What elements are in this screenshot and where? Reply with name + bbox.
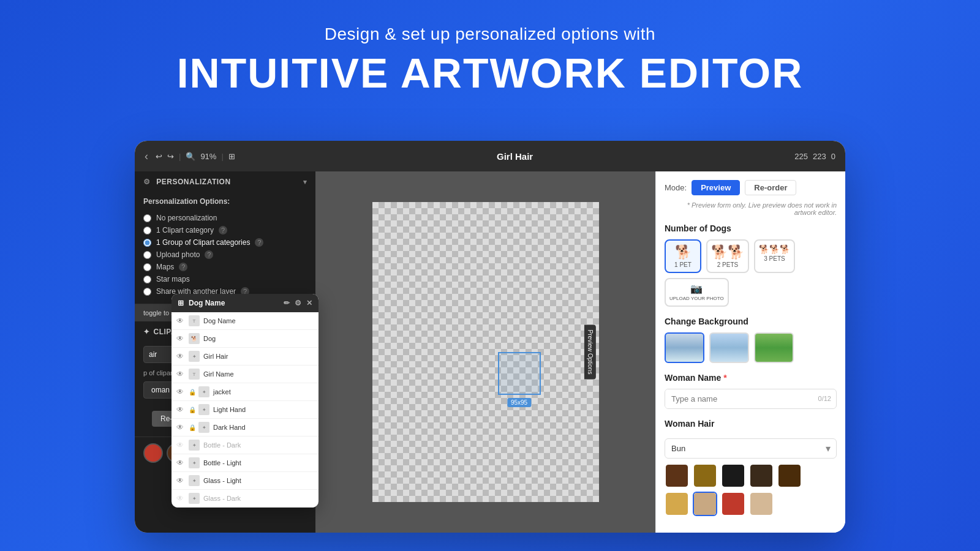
eye-icon-bottle-dark[interactable]: 👁 bbox=[176, 441, 185, 449]
woman-name-section: Woman Name * 0/12 bbox=[665, 373, 837, 409]
zoom-icon: 🔍 bbox=[186, 152, 195, 161]
char-count: 0/12 bbox=[813, 395, 836, 402]
layer-item-girl-hair[interactable]: 👁 ✦ Girl Hair bbox=[172, 348, 318, 365]
preview-note: * Preview form only. Live preview does n… bbox=[665, 201, 837, 216]
dog-option-2[interactable]: 🐕🐕 2 PETS bbox=[706, 239, 749, 273]
dog-option-upload[interactable]: 📷 UPLOAD YOUR PHOTO bbox=[665, 278, 729, 307]
header-area: Design & set up personalized options wit… bbox=[0, 24, 980, 97]
required-star: * bbox=[723, 373, 726, 383]
hair-swatch-red[interactable] bbox=[721, 492, 745, 516]
hair-swatch-black[interactable] bbox=[721, 463, 745, 488]
option-star-maps[interactable]: Star maps bbox=[143, 273, 307, 285]
bg-winter[interactable] bbox=[665, 332, 704, 363]
layer-item-dog-name[interactable]: 👁 T Dog Name bbox=[172, 312, 318, 330]
eye-icon-jacket[interactable]: 👁 bbox=[176, 388, 185, 396]
zoom-level: 91% bbox=[200, 152, 216, 161]
lock-icon-light-hand: 🔒 bbox=[189, 407, 195, 413]
hair-swatch-light-blonde[interactable] bbox=[693, 492, 717, 516]
right-panel: Mode: Preview Re-order * Preview form on… bbox=[655, 171, 845, 533]
help-icon[interactable]: ? bbox=[219, 226, 227, 234]
personalization-options: No personalization 1 Clipart category ? … bbox=[135, 208, 315, 304]
preview-mode-button[interactable]: Preview bbox=[692, 180, 740, 195]
layer-item-dog[interactable]: 👁 🐕 Dog bbox=[172, 330, 318, 348]
redo-icon[interactable]: ↪ bbox=[167, 152, 174, 161]
layers-header: ⊞ Dog Name ✏ ⚙ ✕ bbox=[172, 294, 318, 312]
mode-label: Mode: bbox=[665, 183, 687, 192]
layer-item-glass-dark[interactable]: 👁 ✦ Glass - Dark bbox=[172, 490, 318, 508]
hair-swatch-red[interactable] bbox=[143, 443, 163, 463]
layer-thumb-bottle-light: ✦ bbox=[189, 457, 200, 468]
canvas-checkerboard bbox=[372, 202, 599, 502]
layer-thumb-jacket: ✦ bbox=[198, 386, 209, 397]
bg-summer[interactable] bbox=[754, 332, 794, 363]
hair-swatch-dark[interactable] bbox=[749, 463, 774, 488]
hair-swatch-auburn[interactable] bbox=[749, 492, 774, 516]
chevron-down-icon[interactable]: ▾ bbox=[303, 178, 307, 186]
toolbar-left-icons: ↩ ↪ | 🔍 91% | ⊞ bbox=[156, 152, 235, 161]
dog-option-1[interactable]: 🐕 1 PET bbox=[665, 239, 701, 273]
layer-item-jacket[interactable]: 👁 🔒 ✦ jacket bbox=[172, 383, 318, 401]
x-coord: 225 bbox=[794, 152, 808, 161]
grid-icon[interactable]: ⊞ bbox=[228, 152, 235, 161]
mode-row: Mode: Preview Re-order bbox=[665, 180, 837, 195]
eye-icon-dark-hand[interactable]: 👁 bbox=[176, 423, 185, 432]
top-bar: ‹ ↩ ↪ | 🔍 91% | ⊞ Girl Hair 225 223 0 bbox=[135, 141, 845, 171]
layer-thumb-light-hand: ✦ bbox=[198, 404, 209, 415]
eye-icon[interactable]: 👁 bbox=[176, 317, 185, 325]
eye-icon-glass-light[interactable]: 👁 bbox=[176, 476, 185, 485]
back-button[interactable]: ‹ bbox=[145, 150, 148, 163]
selection-box[interactable]: 95x95 bbox=[498, 352, 541, 395]
help-icon-3[interactable]: ? bbox=[205, 250, 213, 259]
bg-spring[interactable] bbox=[709, 332, 749, 363]
eye-icon-girl-name[interactable]: 👁 bbox=[176, 370, 185, 378]
help-icon-2[interactable]: ? bbox=[255, 238, 263, 247]
toolbar-right-icons: 225 223 0 bbox=[794, 152, 835, 161]
layer-item-dark-hand[interactable]: 👁 🔒 ✦ Dark Hand bbox=[172, 419, 318, 437]
option-group-clipart[interactable]: 1 Group of Clipart categories ? bbox=[143, 236, 307, 249]
layer-item-girl-name[interactable]: 👁 T Girl Name bbox=[172, 365, 318, 383]
layer-thumb-dog-name: T bbox=[189, 315, 200, 326]
layer-item-bottle-dark[interactable]: 👁 ✦ Bottle - Dark bbox=[172, 437, 318, 454]
layer-thumb-girl-name: T bbox=[189, 369, 200, 380]
hair-swatch-blonde[interactable] bbox=[665, 492, 689, 516]
layer-thumb-dog: 🐕 bbox=[189, 333, 200, 344]
close-layers-icon[interactable]: ✕ bbox=[306, 299, 312, 307]
layer-item-light-hand[interactable]: 👁 🔒 ✦ Light Hand bbox=[172, 401, 318, 419]
hair-swatches-row1 bbox=[665, 463, 837, 488]
woman-hair-title: Woman Hair bbox=[665, 419, 837, 429]
number-of-dogs-title: Number of Dogs bbox=[665, 223, 837, 233]
eye-icon-dog[interactable]: 👁 bbox=[176, 334, 185, 343]
dog-option-3[interactable]: 🐕🐕🐕 3 PETS bbox=[754, 239, 795, 273]
eye-icon-light-hand[interactable]: 👁 bbox=[176, 405, 185, 414]
undo-icon[interactable]: ↩ bbox=[156, 152, 162, 161]
hair-style-dropdown[interactable]: Bun bbox=[665, 438, 837, 459]
hair-swatch-dark-brown[interactable] bbox=[665, 463, 689, 488]
dogs-options: 🐕 1 PET 🐕🐕 2 PETS 🐕🐕🐕 3 PETS 📷 UPLOAD YO… bbox=[665, 239, 837, 307]
eye-icon-bottle-light[interactable]: 👁 bbox=[176, 459, 185, 467]
option-clipart-category[interactable]: 1 Clipart category ? bbox=[143, 224, 307, 236]
personalization-section: ⚙ PERSONALIZATION ▾ Personalization Opti… bbox=[135, 171, 315, 304]
layer-item-bottle-light[interactable]: 👁 ✦ Bottle - Light bbox=[172, 454, 318, 472]
layer-item-glass-light[interactable]: 👁 ✦ Glass - Light bbox=[172, 472, 318, 490]
eye-icon-girl-hair[interactable]: 👁 bbox=[176, 352, 185, 361]
hair-swatch-light-brown[interactable] bbox=[693, 463, 717, 488]
hair-swatches-row2 bbox=[665, 492, 837, 516]
hair-swatch-chocolate[interactable] bbox=[777, 463, 802, 488]
option-maps[interactable]: Maps ? bbox=[143, 261, 307, 273]
header-subtitle: Design & set up personalized options wit… bbox=[0, 24, 980, 44]
layer-thumb-bottle-dark: ✦ bbox=[189, 440, 200, 451]
option-no-personalization[interactable]: No personalization bbox=[143, 212, 307, 224]
option-upload-photo[interactable]: Upload photo ? bbox=[143, 249, 307, 261]
eye-icon-glass-dark[interactable]: 👁 bbox=[176, 494, 185, 503]
edit-layer-icon[interactable]: ✏ bbox=[284, 299, 290, 307]
preview-options-tab[interactable]: Preview Options bbox=[584, 325, 596, 380]
name-input-row: 0/12 bbox=[665, 389, 837, 409]
change-background-title: Change Background bbox=[665, 317, 837, 326]
main-card: ‹ ↩ ↪ | 🔍 91% | ⊞ Girl Hair 225 223 0 ⚙ … bbox=[135, 141, 845, 533]
reorder-mode-button[interactable]: Re-order bbox=[745, 180, 796, 195]
woman-name-title: Woman Name * bbox=[665, 373, 837, 383]
settings-layer-icon[interactable]: ⚙ bbox=[295, 299, 301, 307]
help-icon-4[interactable]: ? bbox=[179, 263, 187, 271]
woman-name-input[interactable] bbox=[665, 389, 813, 408]
layers-icon: ⊞ bbox=[178, 299, 184, 307]
